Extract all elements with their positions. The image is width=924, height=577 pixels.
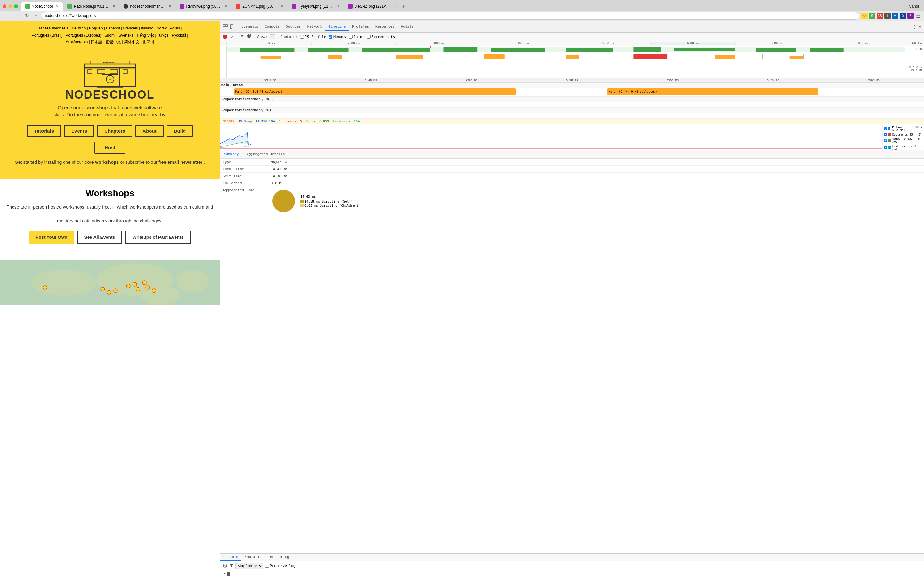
tab-img1[interactable]: RMovIw4.png (561×37) ✕ — [176, 2, 231, 11]
gc-bar-1[interactable]: Major GC (3.8 MB collected) — [234, 89, 516, 95]
window-maximize[interactable] — [14, 5, 18, 8]
lang-japanese[interactable]: 日本語 — [91, 40, 102, 44]
tab-close-nodejs[interactable]: ✕ — [112, 4, 115, 8]
gc-bar-2[interactable]: Major GC (44.0 KB collected) — [607, 89, 819, 95]
delete-icon[interactable] — [247, 34, 251, 39]
tab-aggregated-details[interactable]: Aggregated Details — [242, 150, 288, 158]
lang-bahasa[interactable]: Bahasa Indonesia — [37, 26, 68, 31]
extension4-icon[interactable]: O — [900, 13, 906, 19]
bookmark-icon[interactable]: ☆ — [861, 13, 867, 19]
tab-console-bottom[interactable]: Console — [220, 554, 241, 561]
lang-svenska[interactable]: Svenska — [119, 33, 134, 37]
devtools-close-icon[interactable]: ✕ — [919, 24, 921, 29]
tab-audits[interactable]: Audits — [398, 23, 417, 31]
lang-francais[interactable]: Français — [123, 26, 138, 31]
tab-emulation[interactable]: Emulation — [241, 554, 267, 561]
listeners-checkbox[interactable] — [884, 146, 887, 149]
tab-img4[interactable]: 3ieSxlZ.png (271×66) ✕ — [344, 2, 400, 11]
writeups-button[interactable]: Writeups of Past Events — [125, 231, 191, 243]
email-newsletter-link[interactable]: email newsletter — [168, 160, 202, 165]
tab-img2[interactable]: ZCNMrl1.png (1836×83... ✕ — [232, 2, 288, 11]
lang-pt-brasil[interactable]: Português (Brasil) — [32, 33, 63, 37]
svg-rect-6 — [97, 69, 105, 73]
memory-checkbox[interactable] — [328, 35, 333, 39]
lang-suomi[interactable]: Suomi — [105, 33, 115, 37]
frame-select[interactable]: <top frame> — [236, 562, 263, 569]
console-filter-icon[interactable] — [229, 564, 234, 568]
tab-profiles[interactable]: Profiles — [349, 23, 372, 31]
clear-button[interactable]: ⟳ — [230, 35, 234, 39]
core-workshops-link[interactable]: core workshops — [84, 160, 119, 165]
lang-tiengviet[interactable]: Tiếng Việt — [136, 33, 153, 37]
js-profile-checkbox[interactable] — [300, 35, 304, 39]
forward-button[interactable]: → — [13, 13, 21, 19]
tab-close-github[interactable]: ✕ — [168, 4, 171, 8]
paint-checkbox[interactable] — [349, 35, 352, 39]
lang-norsk[interactable]: Norsk — [157, 26, 166, 31]
preserve-log-checkbox[interactable] — [265, 564, 269, 568]
tab-close-nodeschool[interactable]: ✕ — [56, 5, 59, 9]
filter-icon[interactable] — [240, 34, 244, 39]
lang-ukrainian[interactable]: Українською — [65, 40, 87, 44]
lang-polski[interactable]: Polski — [170, 26, 180, 31]
lang-deutsch[interactable]: Deutsch — [71, 26, 86, 31]
lang-korean[interactable]: 한국어 — [143, 40, 154, 44]
tab-network[interactable]: Network — [304, 23, 325, 31]
js-heap-checkbox[interactable] — [884, 127, 887, 131]
record-button[interactable] — [223, 35, 227, 39]
lang-traditional-chinese[interactable]: 正體中文 — [105, 40, 121, 44]
console-clear-icon[interactable] — [223, 564, 227, 568]
tab-resources[interactable]: Resources — [372, 23, 398, 31]
refresh-button[interactable]: ↻ — [23, 13, 31, 19]
build-button[interactable]: Build — [167, 125, 193, 137]
tab-elements[interactable]: Elements — [238, 23, 262, 31]
extension1-icon[interactable]: S — [869, 13, 875, 19]
lang-simplified-chinese[interactable]: 简体中文 — [124, 40, 140, 44]
extension2-icon[interactable]: i — [884, 13, 891, 19]
new-tab-button[interactable]: + — [402, 3, 405, 9]
tab-nodejs[interactable]: Path Node.js v0.10.35 M... ✕ — [63, 2, 119, 11]
devtools-mobile-icon[interactable] — [229, 24, 234, 29]
nodes-checkbox[interactable] — [884, 139, 887, 142]
about-button[interactable]: About — [136, 125, 163, 137]
view-icon[interactable] — [270, 34, 275, 39]
tab-nodeschool[interactable]: NodeSchool ✕ — [21, 2, 63, 11]
tab-console[interactable]: Console — [262, 23, 283, 31]
host-button[interactable]: Host — [94, 142, 126, 153]
see-all-events-button[interactable]: See All Events — [77, 231, 122, 243]
lang-espanol[interactable]: Español — [106, 26, 120, 31]
events-button[interactable]: Events — [64, 125, 94, 137]
back-button[interactable]: ← — [3, 13, 11, 19]
screenshots-checkbox[interactable] — [367, 35, 371, 39]
lang-pt-europeu[interactable]: Português (Europeu) — [66, 33, 102, 37]
extension3-icon[interactable]: M — [892, 13, 898, 19]
extension5-icon[interactable]: B — [907, 13, 914, 19]
tab-close-img2[interactable]: ✕ — [281, 4, 284, 8]
nodeschool-pane: Bahasa Indonesia | Deutsch | English | E… — [0, 21, 220, 577]
documents-checkbox[interactable] — [884, 133, 887, 136]
window-close[interactable] — [3, 5, 6, 8]
adblock-icon[interactable]: AB — [877, 13, 883, 19]
tab-rendering[interactable]: Rendering — [267, 554, 292, 561]
address-bar[interactable] — [41, 12, 859, 19]
tab-sources[interactable]: Sources — [283, 23, 304, 31]
lang-english[interactable]: English — [89, 26, 103, 31]
menu-icon[interactable]: ☰ — [915, 13, 921, 19]
host-your-own-button[interactable]: Host Your Own — [29, 231, 74, 243]
lang-italiano[interactable]: Italiano — [141, 26, 153, 31]
devtools-elements-icon[interactable] — [223, 24, 228, 29]
tab-timeline[interactable]: Timeline — [325, 23, 349, 31]
tab-close-img3[interactable]: ✕ — [337, 4, 340, 8]
home-button[interactable]: ⌂ — [33, 13, 39, 19]
chapters-button[interactable]: Chapters — [97, 125, 132, 137]
tab-close-img4[interactable]: ✕ — [393, 4, 396, 8]
tab-github[interactable]: nodeschool-omaha/sco... ✕ — [120, 2, 175, 11]
lang-russian[interactable]: Русский — [172, 33, 186, 37]
window-minimize[interactable] — [8, 5, 12, 8]
tutorials-button[interactable]: Tutorials — [27, 125, 61, 137]
lang-turkce[interactable]: Türkçe — [157, 33, 169, 37]
tab-summary[interactable]: Summary — [220, 150, 242, 158]
tab-img3[interactable]: FyMyRVl.png (116×94) ✕ — [288, 2, 344, 11]
tab-close-img1[interactable]: ✕ — [225, 4, 228, 8]
devtools-settings-icon[interactable]: ⋮ — [913, 24, 917, 29]
